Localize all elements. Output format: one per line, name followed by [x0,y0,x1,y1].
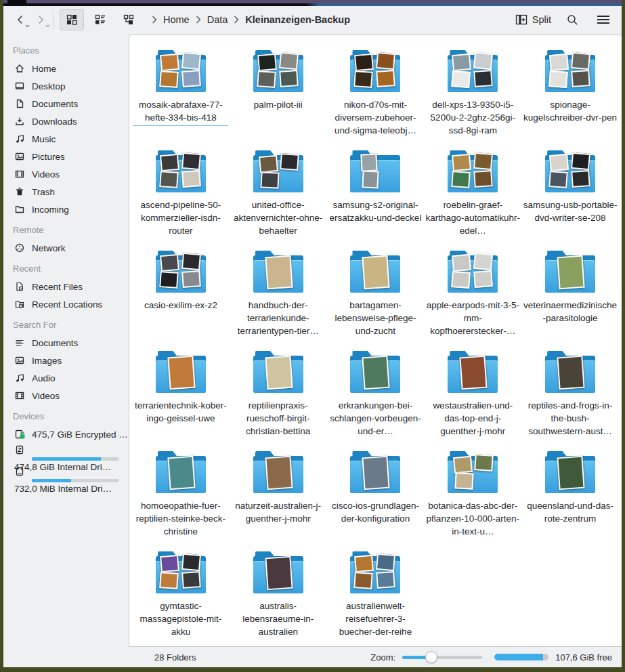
folder-name-label: cisco-ios-grundlagen-der-konfiguration [328,499,423,525]
folder-item[interactable]: australis-lebensraeume-in-australien [230,547,326,647]
search-button[interactable] [562,9,582,30]
blue-folder-icon [545,451,595,493]
folder-name-label: terrarientechnik-kober-ingo-geissel-uwe [133,399,228,425]
folder-item[interactable]: cisco-ios-grundlagen-der-konfiguration [327,447,423,547]
zoom-slider[interactable] [402,651,482,663]
photo-thumbnail [260,171,279,188]
folder-item[interactable]: reptiles-and-frogs-in-the-bush-southwest… [522,347,618,447]
recent-folder-icon [14,299,25,310]
sidebar-item-incoming[interactable]: Incoming [3,201,129,218]
back-dropdown-caret[interactable] [25,24,30,28]
folder-item[interactable]: palm-pilot-iii [230,46,326,146]
photo-thumbnail [571,52,590,70]
sidebar-item-label: Music [32,134,56,144]
breadcrumb-current-folder[interactable]: Kleinanzeigen-Backup [245,14,350,25]
folder-name-label: apple-earpods-mit-3-5-mm-kopfhoerersteck… [425,299,521,337]
folder-item[interactable]: roebelin-graef-karthago-automatikuhr-ede… [425,146,521,247]
drive-encrypted-icon [14,429,25,440]
folder-name-label: handbuch-der-terrarienkunde-terrarientyp… [230,299,326,337]
sidebar-item-recent-locations[interactable]: Recent Locations [3,295,129,313]
folder-item[interactable]: handbuch-der-terrarienkunde-terrarientyp… [230,247,326,347]
breadcrumb-data[interactable]: Data [207,14,228,25]
folder-item[interactable]: samsung-s2-original-ersatzakku-und-decke… [327,146,423,247]
sidebar-item-label: Network [32,243,66,253]
sidebar-item-network[interactable]: Network [3,239,129,257]
sidebar-item-documents[interactable]: Documents [3,95,129,112]
image-icon [14,151,25,162]
photo-thumbnail [181,70,201,87]
photo-thumbnail [455,472,474,489]
folder-item[interactable]: nikon-d70s-mit-diversem-zubehoer-und-sig… [327,46,423,146]
folder-item[interactable]: veterinaermedizinische-parasitologie [522,247,618,347]
folder-item[interactable]: mosaik-abrafaxe-77-hefte-334-bis-418 [133,46,229,146]
photo-thumbnail [451,271,471,289]
sidebar-item-videos[interactable]: Videos [3,165,129,183]
photo-thumbnail [354,54,374,71]
sidebar-item-trash[interactable]: Trash [3,183,129,201]
photo-thumbnail [376,571,396,589]
folder-item[interactable]: ascend-pipeline-50-kommerzieller-isdn-ro… [133,146,229,247]
sidebar-item-videos[interactable]: Videos [3,387,129,404]
sidebar-item-audio[interactable]: Audio [3,369,129,387]
forward-button[interactable] [30,9,51,30]
folder-item[interactable]: naturzeit-australien-j-guenther-j-mohr [230,447,326,547]
folder-item[interactable]: dell-xps-13-9350-i5-5200u-2-2ghz-256gi-s… [425,46,521,146]
sidebar-item-732-0-mib-internal-dri[interactable]: 732,0 MiB Internal Dri… [3,465,129,486]
folder-item[interactable]: terrarientechnik-kober-ingo-geissel-uwe [133,347,229,447]
tree-view-button[interactable] [116,9,141,30]
folder-item[interactable]: samsung-usb-portable-dvd-writer-se-208 [522,146,618,247]
hamburger-menu-icon [597,15,610,24]
folder-item[interactable]: homoeopathie-fuer-reptilien-steinke-beck… [133,447,229,547]
sidebar-item-downloads[interactable]: Downloads [3,112,129,130]
folder-name-label: nikon-d70s-mit-diversem-zubehoer-und-sig… [328,98,423,137]
folder-item[interactable]: spionage-kugelschreiber-dvr-pen [522,46,618,146]
desktop-icon [14,81,25,91]
sidebar-item-recent-files[interactable]: Recent Files [3,278,129,295]
folder-item[interactable]: erkrankungen-bei-schlangen-vorbeugen-und… [327,347,423,447]
sidebar-item-474-8-gib-internal-dri[interactable]: 474,8 GiB Internal Dri… [3,443,129,465]
back-button[interactable] [10,9,30,30]
dolphin-window: Home Data Kleinanzeigen-Backup Split [0,0,625,672]
folder-name-label: palm-pilot-iii [254,98,303,111]
zoom-label: Zoom: [370,652,395,663]
icons-view-button[interactable] [60,9,84,30]
folder-item[interactable]: gymtastic-massagepistole-mit-akku [133,547,229,647]
blue-folder-icon [545,50,595,92]
folder-item[interactable]: reptilienpraxis-rueschoff-birgit-christi… [230,347,326,447]
sidebar-item-pictures[interactable]: Pictures [3,148,129,165]
sidebar-item-desktop[interactable]: Desktop [3,77,129,95]
sidebar-item-music[interactable]: Music [3,130,129,148]
blue-folder-icon [156,451,206,493]
folder-item[interactable]: queensland-und-das-rote-zentrum [522,447,618,547]
menu-button[interactable] [593,9,613,30]
sidebar-item-label: Documents [32,99,78,109]
folder-icon [14,204,25,215]
folder-item[interactable]: united-office-aktenvernichter-ohne-behae… [230,146,326,247]
photo-thumbnail [279,70,299,87]
split-button[interactable]: Split [515,14,551,25]
icons-view-icon [66,14,78,26]
folder-item[interactable]: botanica-das-abc-der-pflanzen-10-000-art… [425,447,521,547]
forward-dropdown-caret[interactable] [45,24,50,28]
folder-item[interactable]: australienwelt-reisefuehrer-3-buecher-de… [327,547,423,647]
photo-thumbnail [453,456,473,474]
details-view-button[interactable] [88,9,112,30]
sidebar-item-home[interactable]: Home [3,60,129,77]
photo-thumbnail [460,356,488,390]
folder-item[interactable]: bartagamen-lebensweise-pflege-und-zucht [327,247,423,347]
photo-thumbnail [181,270,201,288]
zoom-slider-handle[interactable] [425,651,437,663]
photo-thumbnail [376,52,395,70]
photo-thumbnail [159,171,179,188]
folder-item[interactable]: casio-exilim-ex-z2 [133,247,229,347]
sidebar-item-475-7-gib-encrypted[interactable]: 475,7 GiB Encrypted … [3,425,129,443]
photo-thumbnail [362,255,390,290]
sidebar-section-title: Recent [3,257,129,278]
titlebar-stripe [3,0,622,3]
folder-item[interactable]: apple-earpods-mit-3-5-mm-kopfhoerersteck… [425,247,521,347]
sidebar-item-documents[interactable]: Documents [3,334,129,352]
sidebar-item-images[interactable]: Images [3,352,129,369]
folder-view-panel: mosaik-abrafaxe-77-hefte-334-bis-418palm… [129,35,622,647]
breadcrumb-home[interactable]: Home [163,14,190,25]
folder-item[interactable]: westaustralien-und-das-top-end-j-guenthe… [425,347,521,447]
